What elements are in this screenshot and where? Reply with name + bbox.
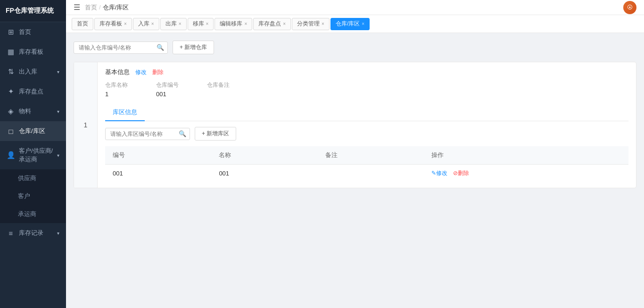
sidebar-item-records[interactable]: ≡ 库存记录 ▾	[0, 223, 66, 243]
warehouse-icon: □	[7, 127, 15, 135]
tab-outstock[interactable]: 出库 ×	[160, 18, 187, 30]
breadcrumb-separator: /	[99, 4, 101, 11]
zone-actions: ✎修改 ⊘删除	[424, 165, 628, 183]
zone-edit-link[interactable]: ✎修改	[431, 170, 447, 176]
zone-name: 001	[211, 165, 317, 183]
zone-search-icon[interactable]: 🔍	[179, 130, 186, 137]
info-grid: 仓库名称 1 仓库编号 001 仓库备注	[105, 81, 628, 98]
warehouse-search-wrap: 🔍	[74, 42, 168, 54]
tab-warehouse-close[interactable]: ×	[362, 21, 364, 26]
tab-transfer-close[interactable]: ×	[206, 21, 209, 26]
table-row: 001 001 ✎修改 ⊘删除	[105, 165, 628, 183]
table-header-row: 编号 名称 备注 操作	[105, 146, 628, 165]
chevron-down-icon-records: ▾	[57, 231, 59, 236]
inner-tabs: 库区信息	[105, 104, 628, 121]
sidebar-item-material[interactable]: ◈ 物料 ▾	[0, 101, 66, 121]
tab-instock-close[interactable]: ×	[151, 21, 154, 26]
sidebar-item-warehouse[interactable]: □ 仓库/库区	[0, 121, 66, 141]
warehouse-row: 1 基本信息 修改 删除 仓库名称 1 仓库编号	[74, 62, 636, 188]
breadcrumb: 首页 / 仓库/库区	[85, 3, 129, 12]
avatar[interactable]: ⦿	[623, 1, 636, 14]
tab-transfer[interactable]: 移库 ×	[188, 18, 214, 30]
main-area: ☰ 首页 / 仓库/库区 ⦿ 首页 库存看板 × 入库 × 出库 × 移库	[66, 0, 644, 308]
th-action: 操作	[424, 146, 628, 165]
tab-dashboard[interactable]: 库存看板 ×	[94, 18, 132, 30]
add-warehouse-button[interactable]: + 新增仓库	[173, 41, 214, 54]
sidebar-item-client[interactable]: 客户	[0, 187, 66, 205]
zone-search-input[interactable]	[105, 128, 190, 140]
tab-category-label: 分类管理	[297, 20, 320, 28]
warehouse-index: 1	[74, 62, 98, 188]
menu-toggle-icon[interactable]: ☰	[74, 3, 80, 12]
tab-dashboard-label: 库存看板	[99, 20, 122, 28]
sidebar: FP仓库管理系统 ⊞ 首页 ▦ 库存看板 ⇅ 出入库 ▾ ✦ 库存盘点 ◈ 物料…	[0, 0, 66, 308]
tab-home[interactable]: 首页	[72, 18, 93, 30]
tab-stocktake[interactable]: 库存盘点 ×	[253, 18, 291, 30]
tab-stocktake-label: 库存盘点	[258, 20, 281, 28]
sidebar-item-customer[interactable]: 👤 客户/供应商/承运商 ▾	[0, 141, 66, 169]
tab-stocktake-close[interactable]: ×	[283, 21, 286, 26]
material-icon: ◈	[7, 107, 15, 116]
warehouse-name-col: 仓库名称 1	[105, 81, 128, 98]
tab-outstock-label: 出库	[165, 20, 177, 28]
sidebar-item-carrier[interactable]: 承运商	[0, 205, 66, 223]
top-header: ☰ 首页 / 仓库/库区 ⦿	[66, 0, 644, 15]
basic-info-title: 基本信息	[105, 68, 130, 76]
zone-search-wrap: 🔍	[105, 128, 190, 140]
header-left: ☰ 首页 / 仓库/库区	[74, 3, 129, 12]
warehouse-name-value: 1	[105, 91, 108, 98]
th-name: 名称	[211, 146, 317, 165]
warehouse-delete-link[interactable]: 删除	[152, 68, 164, 76]
sidebar-item-dashboard[interactable]: ▦ 库存看板	[0, 42, 66, 62]
customer-icon: 👤	[7, 151, 15, 159]
home-icon: ⊞	[7, 28, 15, 36]
chevron-down-icon-customer: ▾	[57, 153, 59, 158]
tab-edit-transfer[interactable]: 编辑移库 ×	[215, 18, 252, 30]
zone-table: 编号 名称 备注 操作 001 001	[105, 146, 628, 182]
tab-home-label: 首页	[77, 20, 88, 28]
warehouse-search-input[interactable]	[74, 42, 168, 54]
zone-delete-link[interactable]: ⊘删除	[453, 170, 469, 176]
breadcrumb-current: 仓库/库区	[103, 3, 129, 12]
breadcrumb-home[interactable]: 首页	[85, 3, 97, 12]
tab-zone-info[interactable]: 库区信息	[105, 104, 145, 121]
chevron-down-icon: ▾	[57, 69, 59, 75]
warehouse-edit-link[interactable]: 修改	[135, 68, 147, 76]
warehouse-code-label: 仓库编号	[156, 81, 179, 89]
tab-warehouse-label: 仓库/库区	[336, 20, 360, 28]
th-code: 编号	[105, 146, 211, 165]
zone-code: 001	[105, 165, 211, 183]
sidebar-item-inventory[interactable]: ✦ 库存盘点	[0, 82, 66, 101]
records-icon: ≡	[7, 229, 15, 237]
inout-icon: ⇅	[7, 67, 15, 76]
chevron-down-icon-material: ▾	[57, 109, 59, 114]
search-icon[interactable]: 🔍	[157, 44, 164, 51]
warehouse-detail: 基本信息 修改 删除 仓库名称 1 仓库编号 001	[98, 62, 636, 188]
tab-warehouse[interactable]: 仓库/库区 ×	[330, 18, 370, 30]
tab-instock[interactable]: 入库 ×	[133, 18, 159, 30]
tab-category-close[interactable]: ×	[322, 21, 324, 26]
tab-edit-transfer-close[interactable]: ×	[244, 21, 247, 26]
sidebar-item-home[interactable]: ⊞ 首页	[0, 22, 66, 42]
sidebar-item-inout[interactable]: ⇅ 出入库 ▾	[0, 62, 66, 82]
th-remark: 备注	[318, 146, 424, 165]
tab-transfer-label: 移库	[193, 20, 204, 28]
zone-search-row: 🔍 + 新增库区	[105, 127, 628, 141]
tab-outstock-close[interactable]: ×	[179, 21, 182, 26]
tab-edit-transfer-label: 编辑移库	[220, 20, 242, 28]
inventory-icon: ✦	[7, 87, 15, 96]
tab-instock-label: 入库	[138, 20, 149, 28]
warehouse-remark-label: 仓库备注	[207, 81, 230, 89]
warehouse-name-label: 仓库名称	[105, 81, 128, 89]
tab-category[interactable]: 分类管理 ×	[292, 18, 330, 30]
warehouse-card: 1 基本信息 修改 删除 仓库名称 1 仓库编号	[74, 62, 636, 188]
tab-dashboard-close[interactable]: ×	[124, 21, 127, 26]
zone-remark	[318, 165, 424, 183]
search-row: 🔍 + 新增仓库	[74, 41, 636, 54]
warehouse-code-col: 仓库编号 001	[156, 81, 179, 98]
header-right: ⦿	[623, 1, 636, 14]
warehouse-header-row: 基本信息 修改 删除	[105, 68, 628, 76]
add-zone-button[interactable]: + 新增库区	[195, 127, 236, 141]
sidebar-item-supplier[interactable]: 供应商	[0, 169, 66, 187]
content-area: 🔍 + 新增仓库 1 基本信息 修改 删除 仓库名称 1	[66, 33, 644, 308]
